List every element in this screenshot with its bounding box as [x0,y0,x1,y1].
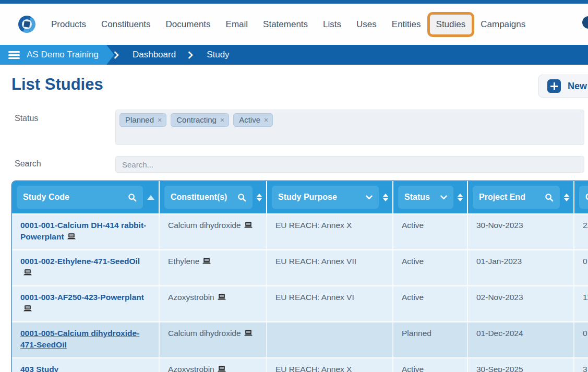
chevron-down-icon [440,195,447,200]
nav-item-statements[interactable]: Statements [263,19,308,30]
nav-item-products[interactable]: Products [51,19,86,30]
column-header-constituents: Constituent(s) [160,181,267,213]
study-code-cell: 0001-001-Calcium DH-414 rabbit-Powerplan… [12,214,160,249]
app-logo-icon[interactable] [18,16,35,33]
nav-item-entities[interactable]: Entities [392,19,421,30]
search-input[interactable] [115,156,584,173]
status-cell: Planned [393,322,468,357]
nav-items: Products Constituents Documents Email St… [51,19,525,30]
sort-toggle-icon[interactable] [383,194,388,201]
column-label: Study Purpose [278,193,337,202]
constituent-name: Azoxystrobin [168,293,214,302]
new-study-button[interactable]: New [538,75,588,98]
count-cell: 0 [574,322,588,357]
nav-item-email[interactable]: Email [226,19,248,30]
column-label: O [585,193,588,202]
status-multiselect[interactable]: Planned × Contracting × Active × [115,110,584,145]
constituents-cell: Ethylene [160,250,267,285]
breadcrumb: AS Demo Training Dashboard Study [0,45,588,65]
search-icon [545,193,554,202]
count-value: 22 [583,221,588,230]
study-purpose-cell [267,322,393,357]
user-menu-icon[interactable] [582,16,588,29]
column-header-status: Status [393,181,468,213]
count-cell: 12 [574,286,588,321]
breadcrumb-study[interactable]: Study [194,45,242,65]
nav-item-lists[interactable]: Lists [323,19,341,30]
study-code-link[interactable]: 0001-005-Calcium dihydroxide-471-SeedOil [20,329,139,349]
nav-item-documents[interactable]: Documents [166,19,211,30]
column-header-cutoff: O [574,181,588,213]
remove-tag-icon[interactable]: × [264,116,268,124]
nav-item-studies[interactable]: Studies [427,12,475,37]
sort-toggle-icon[interactable] [257,194,262,201]
constituent-name: Azoxystrobin [168,365,214,372]
sort-toggle-icon[interactable] [564,194,569,201]
search-filter-label: Search [15,159,41,169]
status-cell: Active [393,250,468,285]
study-code-cell: 0001-003-AF250-423-Powerplant [12,286,160,321]
laptop-icon [217,293,226,301]
study-purpose-cell: EU REACH: Annex VI [267,286,393,321]
column-header-project-end: Project End [468,181,574,213]
study-code-filter-button[interactable]: Study Code [17,186,143,209]
study-code-link[interactable]: 0001-003-AF250-423-Powerplant [20,293,144,302]
cutoff-column-button[interactable]: O [579,186,588,209]
count-value: 3 [583,365,587,372]
study-code-cell: 0001-002-Ethylene-471-SeedOil [12,250,160,285]
column-label: Study Code [23,193,69,202]
nav-item-uses[interactable]: Uses [356,19,377,30]
nav-item-constituents[interactable]: Constituents [101,19,151,30]
study-purpose-cell: EU REACH: Annex X [267,214,393,249]
status-cell: Active [393,214,468,249]
table-row: 0001-001-Calcium DH-414 rabbit-Powerplan… [12,213,588,249]
study-purpose-dropdown[interactable]: Study Purpose [272,186,379,209]
tag-label: Active [239,115,260,124]
study-code-link[interactable]: 403 Study [20,365,58,372]
remove-tag-icon[interactable]: × [158,116,162,124]
breadcrumb-dashboard[interactable]: Dashboard [120,45,188,65]
page-title: List Studies [11,75,103,94]
status-tag-active: Active × [233,113,273,127]
remove-tag-icon[interactable]: × [220,116,224,124]
column-header-study-purpose: Study Purpose [267,181,393,213]
count-cell: 0 [574,250,588,285]
column-label: Status [404,193,430,202]
breadcrumb-root[interactable]: AS Demo Training [0,45,114,65]
project-end-filter-button[interactable]: Project End [473,186,560,209]
study-code-link[interactable]: 0001-001-Calcium DH-414 rabbit-Powerplan… [20,221,146,241]
count-value: 0 [583,257,587,266]
laptop-icon [23,305,32,313]
project-end-cell: 01-Dec-2024 [468,322,574,357]
count-cell: 22 [574,214,588,249]
constituent-name: Calcium dihydroxide [168,221,241,230]
constituent-name: Ethylene [168,257,199,266]
constituents-cell: Azoxystrobin [160,286,267,321]
laptop-icon [244,221,253,229]
search-icon [237,193,246,202]
constituents-cell: Calcium dihydroxide [160,214,267,249]
table-header-row: Study Code Constituent(s) Study Purpose … [12,181,588,213]
nav-item-campaigns[interactable]: Campaigns [481,19,525,30]
study-purpose-cell: EU REACH: Annex X [267,358,393,372]
constituents-filter-button[interactable]: Constituent(s) [164,186,253,209]
count-value: 12 [583,293,588,302]
menu-icon[interactable] [8,51,20,59]
plus-icon [547,79,561,93]
project-end-cell: 01-Jan-2023 [468,250,574,285]
chevron-down-icon [366,195,373,200]
status-dropdown[interactable]: Status [398,186,453,209]
sort-ascending-icon[interactable] [147,195,154,200]
laptop-icon [202,257,211,265]
study-code-link[interactable]: 0001-002-Ethylene-471-SeedOil [20,257,140,266]
breadcrumb-root-label: AS Demo Training [27,50,99,60]
column-label: Project End [479,193,525,202]
table-row-highlighted: 0001-005-Calcium dihydroxide-471-SeedOil… [12,321,588,357]
count-cell: 3 [574,358,588,372]
sort-toggle-icon[interactable] [458,194,463,201]
laptop-icon [67,233,76,241]
column-header-study-code: Study Code [12,181,160,213]
study-code-cell: 0001-005-Calcium dihydroxide-471-SeedOil [12,322,160,357]
count-value: 0 [583,329,587,338]
status-tag-planned: Planned × [119,113,166,127]
